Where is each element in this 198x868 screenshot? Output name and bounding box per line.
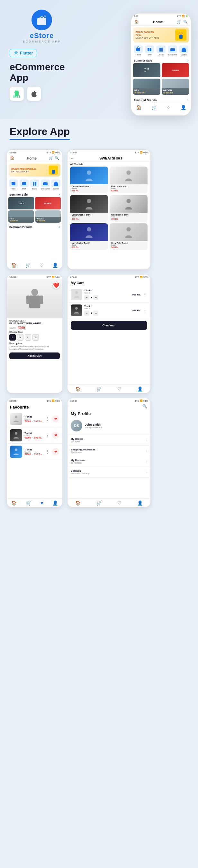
qty-decrease-1[interactable]: − [84, 295, 89, 300]
checkout-button[interactable]: Checkout [71, 321, 147, 330]
app-logo-icon: $ [32, 10, 52, 30]
fav-nav-fav[interactable]: ♥ [40, 500, 43, 505]
heart-button[interactable]: ❤️ [53, 282, 60, 289]
profile-nav-fav[interactable]: 👤 [52, 500, 58, 505]
svg-rect-4 [180, 35, 183, 39]
cart-nav-profile[interactable]: 🛒 [96, 500, 102, 505]
fav-item-1: T-shirt Size: S ₹1060 → 999 Rs. ⋮ ❤ [7, 411, 62, 427]
home-nav-fav[interactable]: 🏠 [11, 500, 17, 505]
cart-screen: 4:00 UILTE📶95% My Cart T-shirt Size: S −… [67, 274, 151, 394]
settings-arrow-icon: › [146, 470, 147, 474]
sweat-card-4[interactable]: Nike short T-shirt ₹800 799 Rs. [110, 195, 148, 222]
svg-point-29 [75, 307, 78, 310]
svg-rect-16 [35, 182, 36, 186]
home-screen: 3:09 UILTE📶94% 🏠 Home 🛒🔍 CRAZY FASHION D… [6, 150, 63, 270]
svg-rect-15 [33, 182, 34, 186]
fav-heart-2[interactable]: ❤ [52, 432, 59, 439]
reviews-arrow-icon: › [146, 460, 147, 463]
sweat-card-6[interactable]: Grey Polo T-shirt ₹750 549 Rs. [110, 223, 148, 250]
fav-nav-icon[interactable]: ♡ [40, 262, 44, 268]
screens-row-3: 3:09 UILTE📶94% Favourite T-shirt Size: S… [6, 398, 192, 507]
svg-point-20 [87, 199, 91, 203]
profile-orders-item[interactable]: My Orders 12 Orders › [68, 435, 150, 445]
hero-section: $ eStore eCommerce App Flutter eCommerce… [0, 0, 198, 119]
sweat-card-1[interactable]: Casual lined blue ... ₹1060 999 Rs. [70, 166, 108, 193]
orders-arrow-icon: › [146, 438, 147, 442]
hero-left: $ eStore eCommerce App Flutter eCommerce… [10, 10, 74, 101]
svg-point-3 [180, 32, 182, 34]
svg-rect-0 [37, 18, 46, 25]
fav-heart-3[interactable]: ❤ [52, 448, 59, 455]
cart-nav-cart[interactable]: 🛒 [96, 386, 102, 392]
fav-item-menu-3[interactable]: ⋮ [45, 449, 50, 454]
size-l[interactable]: L [25, 334, 31, 341]
svg-rect-8 [159, 48, 161, 52]
size-m[interactable]: M [17, 334, 24, 341]
sweat-card-2[interactable]: Plain white shirt ₹700 629 Rs. [110, 166, 148, 193]
svg-point-24 [31, 289, 38, 296]
fav-heart-1[interactable]: ❤ [52, 415, 59, 423]
svg-rect-27 [40, 296, 43, 304]
android-icon [10, 87, 24, 101]
fav-item-menu-1[interactable]: ⋮ [45, 416, 50, 422]
svg-point-28 [75, 291, 78, 294]
app-name: eStore [30, 32, 54, 40]
favourite-screen: 3:09 UILTE📶94% Favourite T-shirt Size: S… [6, 398, 63, 507]
svg-point-23 [126, 227, 130, 231]
svg-point-18 [87, 170, 91, 175]
fav-nav-cart[interactable]: ♡ [117, 386, 121, 392]
profile-reviews-item[interactable]: My Reviews 06 Reviews › [68, 456, 150, 467]
home-nav-icon[interactable]: 🏠 [11, 262, 17, 268]
svg-text:$: $ [44, 15, 46, 18]
fav-nav-profile[interactable]: ♡ [117, 500, 121, 505]
home-nav-cart[interactable]: 🏠 [75, 386, 81, 392]
profile-nav-cart[interactable]: 👤 [137, 386, 143, 392]
cart-item-menu-1[interactable]: ⋮ [143, 292, 147, 297]
svg-rect-10 [170, 48, 175, 51]
svg-point-22 [87, 227, 91, 231]
add-to-cart-button[interactable]: Add to Cart [9, 352, 60, 359]
back-button[interactable]: ← [70, 156, 74, 160]
sweat-card-3[interactable]: Long Green T-shirt ₹560 499 Rs. [70, 195, 108, 222]
size-xl[interactable]: XL [33, 334, 39, 341]
qty-increase-2[interactable]: + [93, 311, 98, 316]
sweatshirt-grid: Casual lined blue ... ₹1060 999 Rs. Plai… [68, 166, 150, 260]
cart-item-1: T-shirt Size: S − 1 + 999 Rs. ⋮ [68, 287, 150, 303]
flutter-badge: Flutter [10, 49, 37, 57]
profile-search-icon[interactable]: 🔍 [68, 403, 150, 410]
cart-item-menu-2[interactable]: ⋮ [143, 308, 147, 313]
hero-phone-mockup: 3:09 LTE📶🔋 🏠 Home 🛒 🔍 CRAZY FASHIONDEAL … [130, 13, 192, 116]
svg-rect-17 [43, 182, 48, 185]
screens-row-1: 3:09 UILTE📶94% 🏠 Home 🛒🔍 CRAZY FASHION D… [6, 150, 192, 270]
fav-item-3: T-shirt Size: S ₹1060 → 999 Rs. ⋮ ❤ [7, 444, 62, 460]
profile-avatar: DS [71, 420, 82, 431]
profile-settings-item[interactable]: Settings Notification Security › [68, 467, 150, 477]
profile-nav-icon[interactable]: 👤 [52, 262, 58, 268]
addresses-arrow-icon: › [146, 449, 147, 453]
product-detail-screen: 3:08 UILTE📶94% ❤️ HIGHLENCER BLUE SHIRT … [6, 274, 63, 394]
sweat-card-5[interactable]: Navy Stripe T-shirt ₹900 699 Rs. [70, 223, 108, 250]
ios-icon [27, 87, 41, 101]
cart-nav-fav[interactable]: 🛒 [26, 500, 32, 505]
screens-row-2: 3:08 UILTE📶94% ❤️ HIGHLENCER BLUE SHIRT … [6, 274, 192, 394]
qty-increase-1[interactable]: + [93, 295, 98, 300]
svg-point-31 [15, 432, 17, 435]
cart-nav-icon[interactable]: 🛒 [26, 262, 31, 268]
profile-nav-profile[interactable]: 👤 [137, 500, 143, 505]
home-nav-profile[interactable]: 🏠 [75, 500, 81, 505]
qty-decrease-2[interactable]: − [84, 311, 89, 316]
hero-right: 3:09 LTE📶🔋 🏠 Home 🛒 🔍 CRAZY FASHIONDEAL … [77, 10, 192, 116]
fav-item-2: T-shirt Size: S ₹1060 → 999 Rs. ⋮ ❤ [7, 427, 62, 444]
hero-tagline: eCommerce App [10, 62, 74, 83]
fav-item-menu-2[interactable]: ⋮ [45, 433, 50, 438]
profile-addresses-item[interactable]: Shipping Addresses 2 Addresses › [68, 445, 150, 456]
svg-rect-5 [136, 48, 140, 51]
cart-item-2: T-shirt Size: S − 1 + 999 Rs. ⋮ [68, 303, 150, 318]
svg-rect-13 [11, 182, 15, 185]
profile-user: DS John Smith john@smith.com [68, 418, 150, 435]
platform-icons [10, 87, 74, 101]
svg-point-19 [126, 170, 130, 175]
svg-rect-14 [22, 182, 26, 185]
svg-rect-9 [161, 48, 163, 52]
size-s[interactable]: S [9, 334, 16, 341]
